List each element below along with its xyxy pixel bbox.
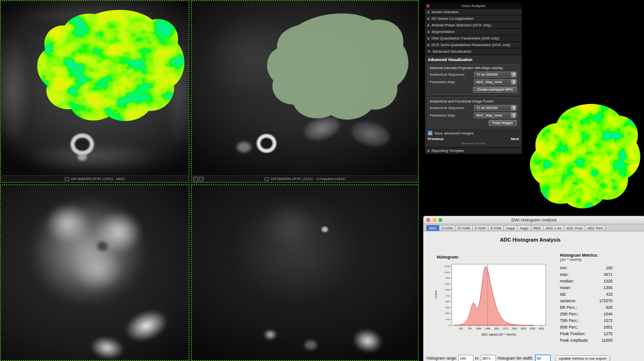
svg-text:1086: 1086 bbox=[476, 327, 481, 330]
viewport-control-icon[interactable] bbox=[199, 177, 204, 181]
onco-analysis-panel: Onco Analysis Series Selection 4D Series… bbox=[424, 2, 522, 155]
range-min-input[interactable] bbox=[458, 355, 473, 361]
parameter-tab-bar: ADC D IVIM D* IVIM F IVIM K IVIM Dapp Ka… bbox=[424, 224, 644, 231]
tab-adc-l-bs[interactable]: ADC L-bs bbox=[543, 225, 565, 231]
zoom-icon[interactable] bbox=[439, 218, 442, 222]
metric-row: Peak Amplitude:11500 bbox=[560, 337, 613, 344]
tab-adc-perf[interactable]: ADC Perf bbox=[585, 225, 605, 231]
tumor-lobe bbox=[46, 204, 90, 244]
anatomy-blob bbox=[237, 142, 251, 152]
segmentation-overlay bbox=[252, 8, 412, 124]
chevron-right-icon bbox=[428, 37, 430, 40]
section-segmentation[interactable]: Segmentation bbox=[425, 29, 522, 35]
histogram-label: Histogram: bbox=[437, 255, 459, 259]
close-icon[interactable] bbox=[426, 4, 430, 8]
tab-red[interactable]: RED bbox=[531, 225, 544, 231]
tab-k-ivim[interactable]: K IVIM bbox=[488, 225, 504, 231]
metric-row: Peak Position:1275 bbox=[560, 330, 613, 337]
fused-parametric-map bbox=[518, 100, 644, 217]
tab-adc-h-bs[interactable]: ADC H-bs bbox=[564, 225, 585, 231]
chevron-right-icon bbox=[428, 44, 430, 47]
bright-focus bbox=[322, 227, 328, 232]
range-max-input[interactable] bbox=[481, 355, 496, 361]
series-label: DIF3b800RLSPIR (1201) - Computed b1600 bbox=[271, 177, 345, 181]
fusion-parametric-map-select[interactable]: ADC_Map_mms bbox=[474, 112, 517, 118]
monitor-icon bbox=[65, 177, 69, 181]
svg-text:724: 724 bbox=[468, 327, 472, 330]
svg-text:9200: 9200 bbox=[445, 277, 450, 279]
minimize-icon[interactable] bbox=[432, 218, 436, 222]
svg-text:10350: 10350 bbox=[444, 271, 450, 274]
svg-text:3450: 3450 bbox=[445, 306, 450, 309]
mri-image-t2 bbox=[1, 1, 188, 182]
section-series-selection[interactable]: Series Selection bbox=[425, 9, 522, 16]
viewport-dwi-b800[interactable] bbox=[0, 184, 189, 361]
metric-row: std:415 bbox=[560, 291, 613, 298]
window-title-bar[interactable]: DWI Histogram Analysis bbox=[424, 216, 644, 224]
svg-text:3620: 3620 bbox=[539, 327, 544, 330]
svg-text:362: 362 bbox=[459, 327, 463, 330]
tab-d-ivim[interactable]: D IVIM bbox=[439, 225, 456, 231]
tab-dstar-ivim[interactable]: D* IVIM bbox=[455, 225, 473, 231]
metric-row: max:3671 bbox=[560, 271, 613, 278]
update-metrics-button[interactable]: Update metrics to csv export bbox=[555, 355, 610, 361]
metric-row: min:100 bbox=[560, 265, 613, 271]
fusion-group: Anatomical and Functional Image Fusion A… bbox=[427, 97, 519, 128]
close-icon[interactable] bbox=[426, 218, 430, 222]
up-down-stepper-icon bbox=[511, 105, 516, 110]
fuse-images-button[interactable]: Fuse Images bbox=[488, 120, 517, 126]
mip-parametric-map-select[interactable]: ADC_Map_mms bbox=[474, 79, 517, 85]
section-4d-coregistration[interactable]: 4D Series Co-registration bbox=[425, 16, 522, 22]
up-down-stepper-icon bbox=[511, 72, 516, 77]
viewport-control-icon[interactable] bbox=[193, 177, 198, 181]
adc-parametric-map-overlay bbox=[24, 6, 188, 128]
next-button[interactable]: Next bbox=[511, 137, 519, 141]
create-mips-button[interactable]: Create overlayed MIPs bbox=[473, 86, 517, 93]
histogram-content: ADC Histogram Analysis Histogram: 362724… bbox=[424, 231, 644, 361]
metric-row: 95th Perc.:2001 bbox=[560, 324, 613, 330]
up-down-stepper-icon bbox=[511, 79, 516, 85]
viewport-label-bar: DIF3b800RLSPIR (1201) - b800 bbox=[1, 175, 188, 182]
tab-dapp[interactable]: Dapp bbox=[503, 225, 518, 231]
mri-image-b1600 bbox=[192, 185, 418, 360]
kidney-structure bbox=[351, 326, 385, 355]
svg-text:2534: 2534 bbox=[512, 327, 517, 330]
previous-button[interactable]: Previous bbox=[428, 137, 444, 141]
svg-text:0: 0 bbox=[449, 324, 450, 327]
tab-adc[interactable]: ADC bbox=[426, 225, 440, 231]
viewport-b800-segmentation[interactable]: DIF3b800RLSPIR (1201) - Computed b1600 bbox=[191, 0, 419, 183]
section-dce-parameters[interactable]: DCE Semi-Quantitative Parameters (DCE on… bbox=[425, 42, 522, 48]
tumor-lobe bbox=[71, 246, 123, 291]
mri-image-dwi bbox=[1, 185, 188, 360]
histogram-metrics: Histogram Metrics: (10⁻⁶ mm²/s) min:100 … bbox=[560, 253, 641, 344]
svg-text:ADC values (10⁻⁶ mm²/s): ADC values (10⁻⁶ mm²/s) bbox=[481, 333, 516, 337]
chevron-right-icon bbox=[428, 11, 430, 14]
chevron-right-icon bbox=[428, 31, 430, 33]
viewport-t2-adc-overlay[interactable]: DIF3b800RLSPIR (1201) - b800 bbox=[0, 0, 189, 183]
svg-text:1810: 1810 bbox=[494, 327, 499, 330]
analysis-heading: ADC Histogram Analysis bbox=[429, 237, 631, 243]
checkbox-checked-icon[interactable] bbox=[428, 131, 432, 135]
spine-structure bbox=[257, 134, 276, 153]
viewport-computed-b1600[interactable] bbox=[191, 184, 419, 361]
mip-anatomical-sequence-select[interactable]: T2 ax SENSE bbox=[474, 71, 517, 78]
chevron-right-icon bbox=[428, 24, 430, 27]
advanced-header: Advanced Visualization bbox=[428, 57, 519, 62]
dwi-histogram-window: DWI Histogram Analysis ADC D IVIM D* IVI… bbox=[423, 216, 644, 361]
panel-title: Onco Analysis bbox=[462, 4, 486, 8]
svg-text:6900: 6900 bbox=[445, 289, 450, 291]
mip-group: Maximal Intensity Projection with Maps o… bbox=[427, 64, 519, 95]
section-dwi-parameters[interactable]: DWI Quantitative Parameters (DWI only) bbox=[425, 35, 522, 42]
bin-width-input[interactable] bbox=[535, 354, 551, 361]
section-reporting-template[interactable]: Reporting Template bbox=[425, 148, 522, 154]
fusion-anatomical-sequence-select[interactable]: T2 ax SENSE bbox=[474, 105, 517, 111]
svg-text:counts: counts bbox=[434, 290, 437, 299]
tab-f-ivim[interactable]: F IVIM bbox=[472, 225, 488, 231]
tab-kapp[interactable]: Kapp bbox=[517, 225, 531, 231]
viewport-label-bar: DIF3b800RLSPIR (1201) - Computed b1600 bbox=[192, 175, 418, 182]
section-arterial-phase[interactable]: Arterial Phase Selection (DCE only) bbox=[425, 22, 522, 29]
mri-image-b800 bbox=[192, 1, 418, 182]
svg-text:2172: 2172 bbox=[503, 327, 508, 330]
section-advanced-visualization[interactable]: Advanced Visualization bbox=[425, 48, 522, 55]
kidney-structure bbox=[120, 304, 173, 347]
